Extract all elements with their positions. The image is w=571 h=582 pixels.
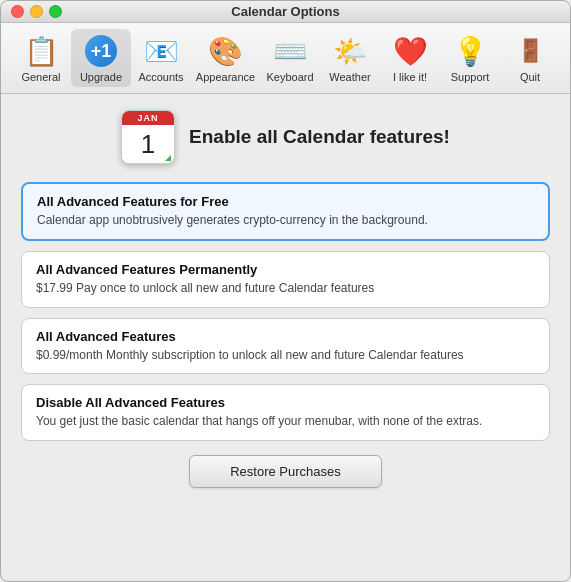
maximize-button[interactable] [49,5,62,18]
option-card-free[interactable]: All Advanced Features for FreeCalendar a… [21,182,550,241]
toolbar-item-quit[interactable]: 🚪 Quit [500,29,560,87]
option-desc-free: Calendar app unobtrusively generates cry… [37,212,534,229]
keyboard-icon: ⌨️ [272,33,308,69]
general-icon: 📋 [23,33,59,69]
content-area: JAN 1 Enable all Calendar features! All … [1,94,570,504]
window-controls[interactable] [11,5,62,18]
toolbar-label-support: Support [451,71,490,83]
window-title: Calendar Options [231,4,339,19]
restore-button-row: Restore Purchases [21,455,550,488]
calendar-icon: JAN 1 [121,110,175,164]
ilike-icon: ❤️ [392,33,428,69]
toolbar-label-accounts: Accounts [138,71,183,83]
options-list: All Advanced Features for FreeCalendar a… [21,182,550,441]
minimize-button[interactable] [30,5,43,18]
toolbar-item-ilike[interactable]: ❤️ I like it! [380,29,440,87]
upgrade-icon: +1 [83,33,119,69]
option-card-monthly[interactable]: All Advanced Features$0.99/month Monthly… [21,318,550,375]
toolbar-item-weather[interactable]: 🌤️ Weather [320,29,380,87]
toolbar-item-keyboard[interactable]: ⌨️ Keyboard [260,29,320,87]
option-card-disable[interactable]: Disable All Advanced FeaturesYou get jus… [21,384,550,441]
accounts-icon: 📧 [143,33,179,69]
close-button[interactable] [11,5,24,18]
calendar-day: 1 [122,125,174,163]
weather-icon: 🌤️ [332,33,368,69]
toolbar-label-appearance: Appearance [196,71,255,83]
restore-purchases-button[interactable]: Restore Purchases [189,455,382,488]
option-title-free: All Advanced Features for Free [37,194,534,209]
calendar-month: JAN [122,111,174,125]
toolbar-item-appearance[interactable]: 🎨 Appearance [191,29,260,87]
option-desc-monthly: $0.99/month Monthly subscription to unlo… [36,347,535,364]
page-title: Enable all Calendar features! [189,126,450,148]
toolbar-label-general: General [21,71,60,83]
toolbar-label-upgrade: Upgrade [80,71,122,83]
toolbar-item-general[interactable]: 📋 General [11,29,71,87]
option-card-permanent[interactable]: All Advanced Features Permanently$17.99 … [21,251,550,308]
option-desc-disable: You get just the basic calendar that han… [36,413,535,430]
option-desc-permanent: $17.99 Pay once to unlock all new and fu… [36,280,535,297]
toolbar-item-accounts[interactable]: 📧 Accounts [131,29,191,87]
toolbar-label-keyboard: Keyboard [266,71,313,83]
quit-icon: 🚪 [512,33,548,69]
toolbar: 📋 General +1 Upgrade 📧 Accounts 🎨 Appear… [1,23,570,94]
option-title-permanent: All Advanced Features Permanently [36,262,535,277]
titlebar: Calendar Options [1,1,570,23]
page-header: JAN 1 Enable all Calendar features! [21,110,550,164]
toolbar-item-upgrade[interactable]: +1 Upgrade [71,29,131,87]
support-icon: 💡 [452,33,488,69]
toolbar-label-weather: Weather [329,71,370,83]
toolbar-label-ilike: I like it! [393,71,427,83]
toolbar-item-support[interactable]: 💡 Support [440,29,500,87]
toolbar-label-quit: Quit [520,71,540,83]
option-title-monthly: All Advanced Features [36,329,535,344]
appearance-icon: 🎨 [208,33,244,69]
option-title-disable: Disable All Advanced Features [36,395,535,410]
